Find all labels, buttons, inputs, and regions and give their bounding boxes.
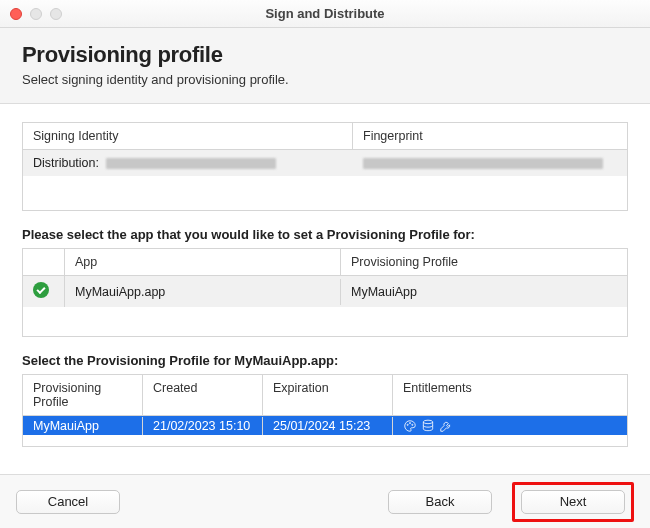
profile-created: 21/02/2023 15:10	[143, 417, 263, 435]
back-button[interactable]: Back	[388, 490, 492, 514]
cancel-button[interactable]: Cancel	[16, 490, 120, 514]
svg-point-2	[412, 424, 413, 425]
col-created[interactable]: Created	[143, 375, 263, 415]
wrench-icon	[439, 419, 453, 433]
col-expiration[interactable]: Expiration	[263, 375, 393, 415]
next-button-highlight: Next	[512, 482, 634, 522]
svg-point-1	[409, 422, 410, 423]
app-table: App Provisioning Profile MyMauiApp.app M…	[22, 248, 628, 337]
footer: Cancel Back Next	[0, 474, 650, 528]
profile-name: MyMauiApp	[23, 417, 143, 435]
page-header: Provisioning profile Select signing iden…	[0, 28, 650, 104]
identity-label: Distribution:	[33, 156, 99, 170]
app-select-prompt: Please select the app that you would lik…	[22, 227, 628, 242]
entitlement-icons	[403, 419, 617, 433]
profile-row-selected[interactable]: MyMauiApp 21/02/2023 15:10 25/01/2024 15…	[23, 416, 627, 435]
next-button[interactable]: Next	[521, 490, 625, 514]
app-name: MyMauiApp.app	[65, 279, 341, 305]
svg-point-0	[407, 424, 408, 425]
svg-point-3	[423, 420, 432, 424]
app-row[interactable]: MyMauiApp.app MyMauiApp	[23, 276, 627, 307]
check-icon	[33, 282, 49, 298]
col-status	[23, 249, 65, 275]
app-profile: MyMauiApp	[341, 279, 627, 305]
profile-table: Provisioning Profile Created Expiration …	[22, 374, 628, 447]
signing-identity-table: Signing Identity Fingerprint Distributio…	[22, 122, 628, 211]
redacted-text	[106, 158, 276, 169]
palette-icon	[403, 419, 417, 433]
redacted-text	[363, 158, 603, 169]
col-entitlements[interactable]: Entitlements	[393, 375, 627, 415]
col-profile[interactable]: Provisioning Profile	[23, 375, 143, 415]
titlebar: Sign and Distribute	[0, 0, 650, 28]
col-signing-identity[interactable]: Signing Identity	[23, 123, 353, 149]
identity-row[interactable]: Distribution:	[23, 150, 627, 176]
window-title: Sign and Distribute	[0, 6, 650, 21]
profile-select-prompt: Select the Provisioning Profile for MyMa…	[22, 353, 628, 368]
database-icon	[421, 419, 435, 433]
page-title: Provisioning profile	[22, 42, 628, 68]
col-fingerprint[interactable]: Fingerprint	[353, 123, 627, 149]
page-subtitle: Select signing identity and provisioning…	[22, 72, 628, 87]
col-app[interactable]: App	[65, 249, 341, 275]
col-provisioning-profile[interactable]: Provisioning Profile	[341, 249, 627, 275]
profile-expiration: 25/01/2024 15:23	[263, 417, 393, 435]
